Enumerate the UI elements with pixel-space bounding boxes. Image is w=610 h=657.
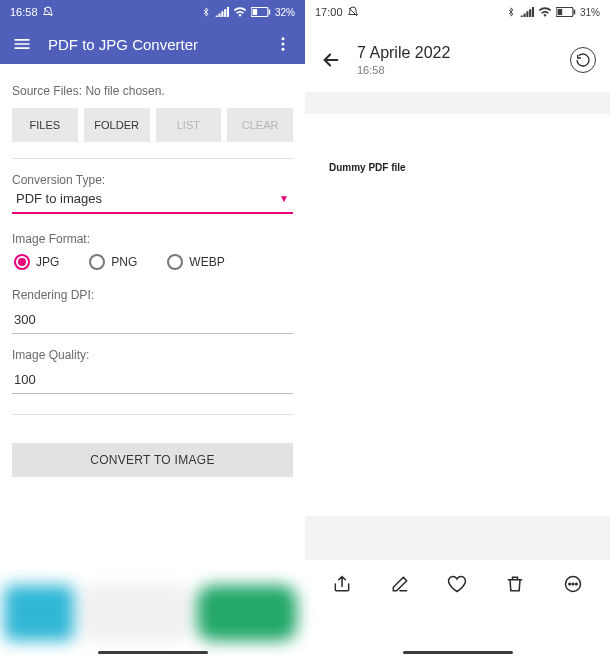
svg-rect-8 xyxy=(574,10,576,15)
format-webp-radio[interactable]: WEBP xyxy=(167,254,224,270)
preview-content-text: Dummy PDF file xyxy=(329,162,586,173)
chevron-down-icon: ▼ xyxy=(279,193,289,204)
rotate-button[interactable] xyxy=(570,47,596,73)
preview-time: 16:58 xyxy=(357,64,556,76)
main-content: Source Files: No file chosen. FILES FOLD… xyxy=(0,64,305,485)
app-bar: PDF to JPG Converter xyxy=(0,24,305,64)
status-time: 16:58 xyxy=(10,6,38,18)
source-files-value: No file chosen. xyxy=(85,84,164,98)
dpi-input[interactable] xyxy=(12,306,293,334)
svg-rect-2 xyxy=(269,10,271,15)
files-button[interactable]: FILES xyxy=(12,108,78,142)
share-icon[interactable] xyxy=(326,568,358,600)
conversion-type-label: Conversion Type: xyxy=(12,173,293,187)
dnd-icon xyxy=(42,6,54,18)
image-format-group: JPG PNG WEBP xyxy=(14,254,293,270)
heart-icon[interactable] xyxy=(441,568,473,600)
preview-strip-bottom xyxy=(305,516,610,560)
format-jpg-radio[interactable]: JPG xyxy=(14,254,59,270)
svg-point-4 xyxy=(282,43,285,46)
status-bar: 16:58 32% xyxy=(0,0,305,24)
source-files-row: Source Files: No file chosen. xyxy=(12,84,293,98)
nav-bar-indicator xyxy=(403,651,513,654)
file-buttons-row: FILES FOLDER LIST CLEAR xyxy=(12,108,293,142)
wifi-icon xyxy=(538,7,552,17)
quality-label: Image Quality: xyxy=(12,348,293,362)
dpi-label: Rendering DPI: xyxy=(12,288,293,302)
preview-date: 7 Aprile 2022 xyxy=(357,44,556,62)
status-time: 17:00 xyxy=(315,6,343,18)
overflow-icon[interactable] xyxy=(271,32,295,56)
preview-header: 7 Aprile 2022 16:58 xyxy=(305,24,610,86)
app-title: PDF to JPG Converter xyxy=(48,36,257,53)
status-bar: 17:00 31% xyxy=(305,0,610,24)
ad-banner[interactable] xyxy=(4,585,297,641)
radio-icon xyxy=(14,254,30,270)
list-button[interactable]: LIST xyxy=(156,108,222,142)
svg-point-5 xyxy=(282,48,285,51)
format-webp-label: WEBP xyxy=(189,255,224,269)
radio-icon xyxy=(89,254,105,270)
edit-icon[interactable] xyxy=(384,568,416,600)
preview-area[interactable]: Dummy PDF file xyxy=(305,114,610,454)
preview-strip-top xyxy=(305,92,610,114)
screen-gallery-preview: 17:00 31% 7 Aprile 2022 16:58 xyxy=(305,0,610,657)
format-png-label: PNG xyxy=(111,255,137,269)
back-icon[interactable] xyxy=(319,48,343,72)
menu-icon[interactable] xyxy=(10,32,34,56)
svg-point-11 xyxy=(572,583,574,585)
battery-icon xyxy=(556,7,576,17)
image-format-label: Image Format: xyxy=(12,232,293,246)
screen-pdf-converter: 16:58 32% PDF to JPG Converter Source xyxy=(0,0,305,657)
bluetooth-icon xyxy=(201,6,211,18)
source-files-label: Source Files: xyxy=(12,84,82,98)
clear-button[interactable]: CLEAR xyxy=(227,108,293,142)
radio-icon xyxy=(167,254,183,270)
format-png-radio[interactable]: PNG xyxy=(89,254,137,270)
svg-point-12 xyxy=(576,583,578,585)
folder-button[interactable]: FOLDER xyxy=(84,108,150,142)
conversion-type-select[interactable]: PDF to images ▼ xyxy=(12,191,293,214)
trash-icon[interactable] xyxy=(499,568,531,600)
dnd-icon xyxy=(347,6,359,18)
battery-pct: 31% xyxy=(580,7,600,18)
svg-rect-1 xyxy=(253,9,258,15)
wifi-icon xyxy=(233,7,247,17)
convert-button[interactable]: CONVERT TO IMAGE xyxy=(12,443,293,477)
svg-point-10 xyxy=(569,583,571,585)
divider xyxy=(12,158,293,159)
divider xyxy=(12,414,293,415)
signal-icon xyxy=(520,7,534,17)
battery-pct: 32% xyxy=(275,7,295,18)
signal-icon xyxy=(215,7,229,17)
format-jpg-label: JPG xyxy=(36,255,59,269)
quality-input[interactable] xyxy=(12,366,293,394)
more-icon[interactable] xyxy=(557,568,589,600)
battery-icon xyxy=(251,7,271,17)
bluetooth-icon xyxy=(506,6,516,18)
nav-bar-indicator xyxy=(98,651,208,654)
svg-rect-7 xyxy=(558,9,563,15)
svg-point-3 xyxy=(282,37,285,40)
action-bar xyxy=(305,560,610,608)
conversion-type-value: PDF to images xyxy=(16,191,102,206)
